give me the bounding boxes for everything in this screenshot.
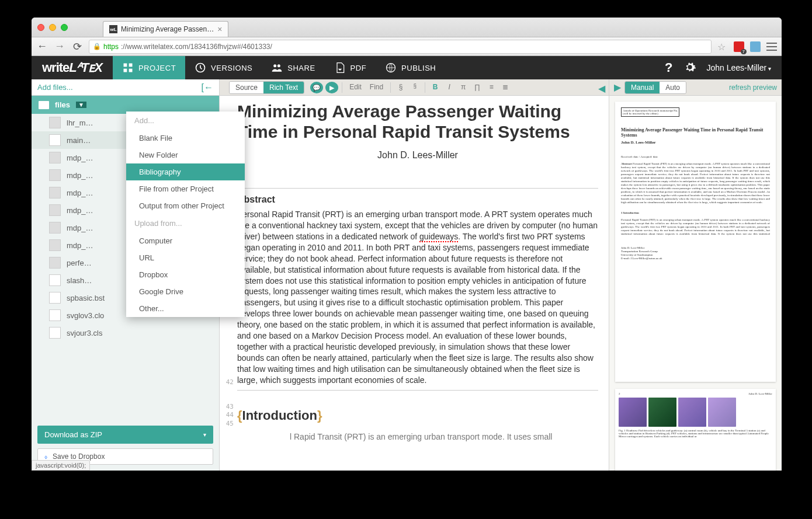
find-menu[interactable]: Find	[366, 82, 387, 93]
menu-upload-computer[interactable]: Computer	[126, 232, 245, 249]
abstract-text: Personal Rapid Transit (PRT) is an emerg…	[237, 209, 598, 385]
document-title: Minimizing Average Passenger Waiting Tim…	[237, 102, 598, 142]
menu-output-from-project[interactable]: Output from other Project	[126, 197, 245, 214]
chevron-down-icon[interactable]: ▼	[76, 102, 86, 108]
math-inline-button[interactable]: π	[457, 82, 470, 93]
auto-mode-button[interactable]: Auto	[660, 82, 686, 93]
svg-point-5	[273, 64, 276, 67]
comment-icon[interactable]: 💬	[310, 82, 323, 93]
url-input[interactable]: 🔒 https://www.writelatex.com/1834136fhvj…	[89, 40, 712, 54]
editor-toolbar: Source Rich Text 💬 ▶ Edit Find § § B I π…	[220, 79, 609, 96]
preview-page-1: Annals of Operations Research manuscript…	[615, 102, 776, 382]
menu-upload-url[interactable]: URL	[126, 249, 245, 266]
file-icon	[49, 327, 61, 339]
close-tab-icon[interactable]: ×	[217, 25, 222, 34]
refresh-preview-link[interactable]: refresh preview	[729, 83, 777, 92]
browser-tab[interactable]: wL Minimizing Average Passen… ×	[103, 21, 228, 37]
expand-preview-icon[interactable]: ▶	[614, 82, 621, 93]
section-button[interactable]: §	[394, 82, 407, 93]
dropdown-heading-upload: Upload from...	[126, 214, 245, 232]
editor-content[interactable]: Minimizing Average Passenger Waiting Tim…	[236, 96, 609, 471]
menu-upload-dropbox[interactable]: Dropbox	[126, 266, 245, 283]
image-icon	[49, 222, 61, 234]
manual-mode-button[interactable]: Manual	[625, 82, 660, 93]
settings-icon[interactable]	[683, 61, 696, 75]
extension-tray: ☆	[717, 41, 777, 52]
publish-button[interactable]: PUBLISH	[376, 56, 445, 79]
url-path: ://www.writelatex.com/1834136fhvjzw#/460…	[121, 43, 272, 51]
dropbox-icon: ⬨	[44, 452, 48, 461]
preview-pane: ▶ Manual Auto refresh preview Annals of …	[609, 79, 782, 471]
hamburger-icon[interactable]	[766, 43, 777, 51]
figure-thumbnail	[619, 398, 647, 427]
back-button[interactable]: ←	[36, 40, 48, 53]
collapse-sidebar-icon[interactable]: [←	[202, 82, 213, 93]
extension-icon-2[interactable]	[750, 41, 761, 52]
preview-toolbar: ▶ Manual Auto refresh preview	[609, 79, 782, 96]
lock-icon: 🔒	[93, 43, 101, 50]
menu-file-from-project[interactable]: File from other Project	[126, 180, 245, 197]
status-bar: javascript:void(0);	[32, 460, 90, 471]
rich-text-button[interactable]: Rich Text	[263, 82, 304, 93]
menu-upload-gdrive[interactable]: Google Drive	[126, 283, 245, 300]
source-rich-toggle: Source Rich Text	[229, 81, 304, 94]
preview-mode-toggle: Manual Auto	[624, 81, 686, 94]
extension-icon[interactable]	[734, 41, 744, 52]
browser-window: wL Minimizing Average Passen… × ← → ⟳ 🔒 …	[32, 18, 782, 471]
preview-page-2: 2 John D. Lees-Miller Fig. 1 Heathrow Po…	[615, 389, 776, 471]
people-icon	[271, 62, 283, 74]
app-toolbar: writeLᴬTᴇX PROJECT VERSIONS SHARE PDF PU…	[32, 56, 782, 79]
file-icon	[49, 274, 61, 286]
intro-snippet: l Rapid Transit (PRT) is an emerging urb…	[237, 431, 598, 443]
tex-icon	[49, 134, 61, 146]
bookmark-icon[interactable]: ☆	[717, 41, 728, 52]
menu-blank-file[interactable]: Blank File	[126, 130, 245, 147]
bold-button[interactable]: B	[429, 82, 442, 93]
math-display-button[interactable]: ∏	[471, 82, 484, 93]
logo[interactable]: writeLᴬTᴇX	[32, 60, 113, 75]
edit-menu[interactable]: Edit	[346, 82, 365, 93]
forward-button[interactable]: →	[54, 40, 65, 53]
image-icon	[49, 239, 61, 251]
url-protocol: https	[103, 43, 119, 51]
favicon: wL	[109, 25, 117, 33]
image-icon	[49, 117, 61, 128]
source-button[interactable]: Source	[230, 82, 263, 93]
folder-icon	[39, 101, 49, 109]
menu-bibliography[interactable]: Bibliography	[126, 163, 245, 180]
content: Add files... [← files ▼ lhr_m… main… mdp…	[32, 79, 782, 471]
collapse-editor-icon[interactable]: ◀	[595, 82, 609, 93]
reload-button[interactable]: ⟳	[71, 40, 83, 53]
project-button[interactable]: PROJECT	[113, 56, 185, 79]
file-item[interactable]: svjour3.cls	[32, 324, 219, 342]
preview-scroll[interactable]: Annals of Operations Research manuscript…	[609, 96, 782, 471]
image-icon	[49, 257, 61, 269]
svg-point-6	[277, 64, 280, 67]
menu-new-folder[interactable]: New Folder	[126, 147, 245, 163]
files-icon	[122, 62, 134, 74]
download-zip-button[interactable]: Download as ZIP	[37, 426, 213, 444]
subsection-button[interactable]: §	[408, 82, 421, 93]
forward-nav-icon[interactable]: ▶	[325, 82, 338, 93]
maximize-window[interactable]	[61, 24, 68, 31]
pdf-button[interactable]: PDF	[325, 56, 376, 79]
versions-button[interactable]: VERSIONS	[185, 56, 262, 79]
minimize-window[interactable]	[49, 24, 56, 31]
sidebar: Add files... [← files ▼ lhr_m… main… mdp…	[32, 79, 220, 471]
image-icon	[49, 152, 61, 163]
help-icon[interactable]: ?	[665, 60, 672, 75]
menu-upload-other[interactable]: Other...	[126, 300, 245, 317]
abstract-heading: Abstract	[237, 193, 598, 206]
italic-button[interactable]: I	[443, 82, 456, 93]
close-window[interactable]	[37, 24, 44, 31]
intro-heading: {Introduction}	[237, 407, 598, 424]
list-bullet-icon[interactable]: ≣	[499, 82, 512, 93]
figure-thumbnail	[678, 398, 706, 427]
share-button[interactable]: SHARE	[262, 56, 324, 79]
add-files-button[interactable]: Add files...	[37, 83, 73, 92]
user-menu[interactable]: John Lees-Miller	[707, 63, 772, 72]
clock-icon	[195, 62, 206, 74]
titlebar: wL Minimizing Average Passen… ×	[32, 18, 782, 37]
add-menu-dropdown: Add... Blank File New Folder Bibliograph…	[126, 112, 245, 317]
list-numbered-icon[interactable]: ≡	[485, 82, 498, 93]
